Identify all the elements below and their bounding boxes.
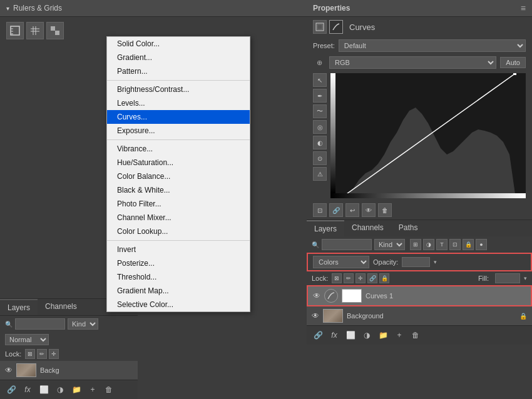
- menu-item-selective-color[interactable]: Selective Color...: [107, 298, 250, 311]
- right-layers-panel: Layers Channels Paths 🔍 Kind ⊞ ◑ T ⊡ 🔒 ●…: [307, 220, 532, 399]
- pointer-tool[interactable]: ↖: [313, 73, 327, 87]
- adjustment-icon-btn[interactable]: ◑: [54, 383, 66, 396]
- menu-item-levels[interactable]: Levels...: [107, 96, 250, 110]
- kind-select[interactable]: Kind: [68, 318, 98, 330]
- menu-item-channel-mixer[interactable]: Channel Mixer...: [107, 211, 250, 225]
- grid-icon-btn[interactable]: [26, 22, 44, 39]
- mask-icon-btn[interactable]: ⬜: [38, 383, 50, 396]
- curves1-label: Curves 1: [366, 292, 393, 300]
- menu-item-pattern[interactable]: Pattern...: [107, 64, 250, 78]
- menu-item-threshold[interactable]: Threshold...: [107, 270, 250, 284]
- undo-ctrl-btn[interactable]: ↩: [345, 203, 359, 217]
- new-layer-btn[interactable]: +: [86, 383, 99, 396]
- menu-item-solid-color[interactable]: Solid Color...: [107, 37, 250, 51]
- lock-transparent-btn[interactable]: ⊠: [25, 349, 35, 359]
- tab-layers[interactable]: Layers: [0, 299, 38, 315]
- trash-ctrl-btn[interactable]: 🗑: [378, 203, 392, 217]
- filter-icon-1[interactable]: ⊞: [410, 239, 421, 250]
- opacity-input[interactable]: 100%: [402, 257, 430, 267]
- bg-eye-icon[interactable]: 👁: [312, 311, 319, 320]
- eye-icon[interactable]: 👁: [5, 366, 13, 375]
- menu-item-brightness[interactable]: Brightness/Contrast...: [107, 83, 250, 96]
- right-tab-layers[interactable]: Layers: [307, 220, 344, 236]
- curves-graph[interactable]: [330, 73, 526, 198]
- lock-right-2[interactable]: ✏: [344, 273, 354, 283]
- search-input[interactable]: [15, 318, 65, 330]
- checker-icon-btn[interactable]: [46, 22, 64, 39]
- lock-right-3[interactable]: ✛: [356, 273, 366, 283]
- tab-channels[interactable]: Channels: [38, 299, 84, 315]
- curves1-layer-row[interactable]: 👁 Curves 1: [307, 285, 532, 306]
- filter-icon-3[interactable]: T: [436, 239, 448, 250]
- right-link-btn[interactable]: 🔗: [312, 329, 324, 341]
- curves-tools: ↖ ✒ 〜 ◎ ◐ ⊙ ⚠: [313, 73, 327, 198]
- menu-item-vibrance[interactable]: Vibrance...: [107, 142, 250, 156]
- menu-item-invert[interactable]: Invert: [107, 243, 250, 256]
- smooth-tool[interactable]: 〜: [313, 104, 327, 118]
- lock-image-btn[interactable]: ✏: [37, 349, 47, 359]
- auto-button[interactable]: Auto: [500, 57, 526, 68]
- menu-item-gradient[interactable]: Gradient...: [107, 51, 250, 64]
- layer-ctrl-btn[interactable]: ⊡: [313, 203, 327, 217]
- filter-icon-4[interactable]: ⊡: [449, 239, 461, 250]
- separator-2: [107, 139, 250, 140]
- delete-layer-btn[interactable]: 🗑: [103, 383, 115, 396]
- menu-item-black-white[interactable]: Black & White...: [107, 183, 250, 197]
- warning-tool[interactable]: ⚠: [313, 167, 327, 181]
- lock-right-1[interactable]: ⊠: [332, 273, 342, 283]
- right-delete-btn[interactable]: 🗑: [409, 329, 422, 341]
- shadow-point[interactable]: ◐: [313, 136, 327, 149]
- separator-3: [107, 240, 250, 241]
- channel-select[interactable]: RGB: [329, 56, 496, 69]
- properties-menu-icon[interactable]: ≡: [521, 3, 526, 13]
- menu-item-gradient-map[interactable]: Gradient Map...: [107, 284, 250, 298]
- ruler-icon-btn[interactable]: [6, 22, 24, 39]
- right-folder-btn[interactable]: 📁: [377, 329, 389, 341]
- fill-chevron: ▾: [524, 275, 527, 281]
- menu-item-hue-saturation[interactable]: Hue/Saturation...: [107, 156, 250, 169]
- right-fx-btn[interactable]: fx: [328, 329, 340, 341]
- curves-layer-icon: [324, 289, 338, 303]
- blend-mode-select[interactable]: Normal: [5, 334, 49, 345]
- right-layers-tabs: Layers Channels Paths: [307, 220, 532, 236]
- curves-icon-active[interactable]: [329, 20, 343, 34]
- curves-eye-icon[interactable]: 👁: [313, 291, 320, 300]
- channel-tool-icon[interactable]: ⊕: [313, 56, 325, 69]
- svg-rect-10: [55, 26, 59, 31]
- link-icon-btn[interactable]: 🔗: [5, 383, 18, 396]
- lock-position-btn[interactable]: ✛: [49, 349, 59, 359]
- color-blend-select[interactable]: Colors: [313, 256, 369, 268]
- preset-row: Preset: Default: [307, 37, 532, 54]
- menu-item-color-balance[interactable]: Color Balance...: [107, 169, 250, 183]
- fill-input[interactable]: 100%: [495, 273, 520, 283]
- right-tab-paths[interactable]: Paths: [391, 220, 426, 236]
- filter-icon-2[interactable]: ◑: [423, 239, 434, 250]
- link-ctrl-btn[interactable]: 🔗: [329, 203, 343, 217]
- props-adjustments-icon[interactable]: [313, 20, 327, 34]
- right-search-input[interactable]: [322, 239, 372, 250]
- menu-item-curves[interactable]: Curves...: [107, 110, 250, 124]
- view-ctrl-btn[interactable]: 👁: [362, 203, 376, 217]
- filter-icons: ⊞ ◑ T ⊡ 🔒 ●: [410, 239, 487, 250]
- menu-item-posterize[interactable]: Posterize...: [107, 256, 250, 270]
- pen-tool[interactable]: ✒: [313, 89, 327, 103]
- lock-right-4[interactable]: 🔗: [367, 273, 377, 283]
- menu-item-photo-filter[interactable]: Photo Filter...: [107, 197, 250, 211]
- right-tab-channels[interactable]: Channels: [344, 220, 391, 236]
- target-tool[interactable]: ⊙: [313, 151, 327, 165]
- sample-tool[interactable]: ◎: [313, 120, 327, 134]
- menu-item-color-lookup[interactable]: Color Lookup...: [107, 225, 250, 238]
- menu-item-exposure[interactable]: Exposure...: [107, 124, 250, 138]
- filter-icon-5[interactable]: 🔒: [463, 239, 474, 250]
- right-new-btn[interactable]: +: [393, 329, 406, 341]
- lock-right-5[interactable]: 🔒: [379, 273, 389, 283]
- preset-select[interactable]: Default: [339, 39, 526, 52]
- svg-rect-8: [51, 26, 55, 31]
- right-kind-select[interactable]: Kind: [374, 239, 405, 250]
- folder-icon-btn[interactable]: 📁: [70, 383, 83, 396]
- filter-icon-dot[interactable]: ●: [476, 239, 487, 250]
- right-mask-btn[interactable]: ⬜: [344, 329, 357, 341]
- curves-label: Curves: [349, 23, 375, 32]
- fx-icon-btn[interactable]: fx: [21, 383, 34, 396]
- right-adjustment-btn[interactable]: ◑: [361, 329, 373, 341]
